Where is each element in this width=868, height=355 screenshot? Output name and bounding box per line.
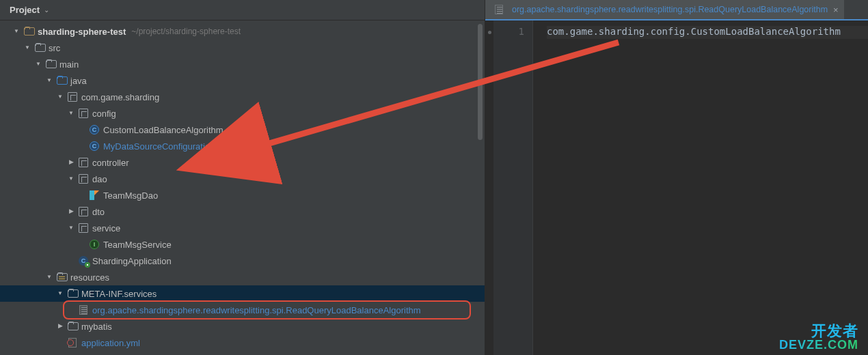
tree-item-label: application.yml	[81, 338, 140, 348]
tree-row[interactable]: META-INF.services	[0, 285, 485, 302]
tree-item-label: META-INF.services	[81, 289, 157, 299]
tree-item-label: controller	[92, 158, 128, 168]
tree-item-label: src	[49, 43, 60, 53]
chevron-down-icon: ⌄	[44, 6, 49, 14]
package-icon	[78, 206, 89, 217]
tree-item-label: com.game.sharding	[81, 92, 159, 102]
tree-item-label: dao	[92, 174, 107, 184]
watermark-line2: DEVZE.COM	[779, 339, 858, 351]
yaml-file-icon	[67, 337, 78, 348]
tree-row[interactable]: CShardingApplication	[0, 253, 485, 269]
tree-item-label: sharding-sphere-test	[38, 27, 126, 37]
package-icon	[67, 91, 78, 102]
expand-arrow-icon[interactable]	[23, 44, 31, 51]
watermark: 开发者 DEVZE.COM	[779, 324, 858, 351]
code-line: com.game.sharding.config.CustomLoadBalan…	[547, 26, 868, 39]
expand-arrow-icon[interactable]	[56, 322, 64, 329]
tree-item-label: main	[59, 59, 79, 70]
expand-arrow-icon[interactable]	[34, 60, 42, 67]
editor-tab[interactable]: org.apache.shardingsphere.readwritesplit…	[485, 0, 844, 19]
tree-item-label: service	[92, 223, 120, 233]
panel-title: Project	[10, 5, 40, 15]
expand-arrow-icon[interactable]	[56, 93, 64, 100]
project-path-hint: ~/project/sharding-sphere-test	[131, 27, 241, 36]
project-panel-header[interactable]: Project ⌄	[0, 0, 485, 20]
line-number-gutter[interactable]: 1	[493, 20, 533, 355]
breakpoint-gutter[interactable]	[485, 20, 493, 355]
tree-item-label: org.apache.shardingsphere.readwritesplit…	[92, 305, 421, 315]
expand-arrow-icon[interactable]	[45, 273, 53, 280]
tree-row[interactable]: main	[0, 56, 485, 72]
tree-row[interactable]: src	[0, 40, 485, 56]
tree-row[interactable]: com.game.sharding	[0, 89, 485, 105]
expand-arrow-icon[interactable]	[56, 289, 64, 296]
breakpoint-dot-icon	[488, 31, 491, 34]
file-icon	[493, 4, 504, 15]
editor-body: 1 com.game.sharding.config.CustomLoadBal…	[485, 20, 868, 355]
expand-arrow-icon[interactable]	[67, 224, 75, 231]
scrollbar-thumb[interactable]	[478, 24, 483, 140]
text-file-icon	[78, 304, 89, 315]
tree-row[interactable]: sharding-sphere-test~/project/sharding-s…	[0, 23, 485, 40]
tree-row[interactable]: TeamMsgDao	[0, 187, 485, 203]
folder-icon	[67, 321, 78, 332]
expand-arrow-icon[interactable]	[45, 76, 53, 83]
folder-icon	[45, 59, 56, 70]
folder-icon	[34, 42, 45, 53]
line-number: 1	[493, 26, 524, 37]
interface-icon: I	[89, 239, 100, 250]
kotlin-file-icon	[89, 190, 100, 201]
tree-row[interactable]: dao	[0, 171, 485, 187]
close-icon[interactable]: ×	[833, 5, 839, 15]
tree-row[interactable]: resources	[0, 269, 485, 285]
tree-row[interactable]: org.apache.shardingsphere.readwritesplit…	[0, 302, 485, 318]
expand-arrow-icon[interactable]	[67, 109, 75, 116]
expand-arrow-icon[interactable]	[12, 27, 21, 34]
code-area[interactable]: com.game.sharding.config.CustomLoadBalan…	[533, 20, 868, 355]
tree-row[interactable]: dto	[0, 203, 485, 220]
watermark-line1: 开发者	[779, 324, 858, 339]
tree-item-label: dto	[92, 207, 105, 217]
tree-row[interactable]: ITeamMsgService	[0, 236, 485, 253]
tree-row[interactable]: CMyDataSourceConfiguration	[0, 138, 485, 154]
project-tool-window: Project ⌄ sharding-sphere-test~/project/…	[0, 0, 485, 355]
package-icon	[78, 173, 89, 184]
tree-row[interactable]: mybatis	[0, 318, 485, 335]
tree-row[interactable]: CCustomLoadBalanceAlgorithm	[0, 122, 485, 138]
tree-item-label: MyDataSourceConfiguration	[103, 141, 215, 152]
tree-row[interactable]: application.yml	[0, 335, 485, 351]
tree-row[interactable]: controller	[0, 154, 485, 171]
tree-row[interactable]: java	[0, 72, 485, 89]
project-tree[interactable]: sharding-sphere-test~/project/sharding-s…	[0, 20, 485, 355]
package-icon	[78, 108, 89, 119]
tree-item-label: CustomLoadBalanceAlgorithm	[103, 125, 223, 135]
tree-item-label: TeamMsgDao	[103, 190, 158, 201]
source-folder-icon	[56, 75, 67, 86]
class-icon: C	[89, 124, 100, 135]
spring-boot-app-icon: C	[78, 255, 89, 266]
expand-arrow-icon[interactable]	[67, 175, 75, 182]
editor-tab-bar: org.apache.shardingsphere.readwritesplit…	[485, 0, 868, 20]
tree-item-label: ShardingApplication	[92, 256, 172, 266]
tree-item-label: mybatis	[81, 322, 112, 332]
folder-icon	[67, 288, 78, 299]
resources-folder-icon	[56, 272, 67, 283]
expand-arrow-icon[interactable]	[67, 208, 75, 214]
editor-panel: org.apache.shardingsphere.readwritesplit…	[485, 0, 868, 355]
expand-arrow-icon[interactable]	[67, 158, 75, 165]
module-folder-icon	[23, 26, 34, 37]
tree-item-label: java	[70, 76, 87, 86]
package-icon	[78, 157, 89, 168]
tree-row[interactable]: config	[0, 105, 485, 122]
tree-item-label: TeamMsgService	[103, 240, 172, 250]
tab-label: org.apache.shardingsphere.readwritesplit…	[512, 5, 828, 14]
tree-item-label: config	[92, 109, 116, 119]
tree-item-label: resources	[70, 272, 109, 283]
tree-row[interactable]: service	[0, 220, 485, 236]
package-icon	[78, 223, 89, 233]
class-icon: C	[89, 141, 100, 152]
